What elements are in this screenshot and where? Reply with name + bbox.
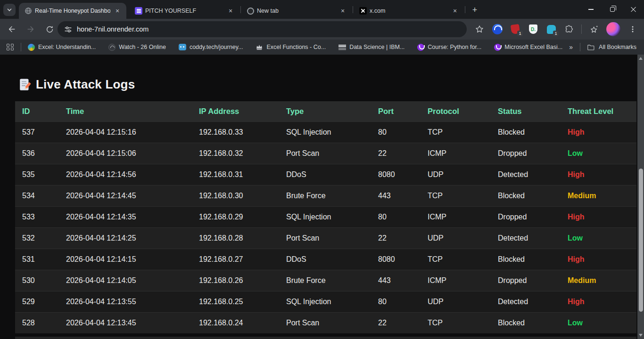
cell-time: 2026-04-04 12:13:45 [59,312,192,333]
all-bookmarks-label: All Bookmarks [599,44,636,50]
bookmark-coddy-tech[interactable]: coddy.tech/journey... [179,44,243,50]
dark-circle-icon [108,44,116,51]
tab-close-button[interactable]: × [451,7,459,15]
bookmark-data-science-ibm[interactable]: Data Science | IBM... [339,44,405,50]
page-title-text: Live Attack Logs [36,77,135,92]
folder-icon [587,44,595,51]
cell-status: Dropped [491,270,561,291]
extension-privacy-button[interactable]: D. [528,24,539,35]
scrollbar-thumb[interactable] [639,169,643,312]
cell-id: 531 [15,249,59,270]
bookmark-watch-online[interactable]: Watch - 26 Online [108,44,166,51]
tab-separator [353,6,353,13]
back-button[interactable] [4,21,20,37]
cell-ip: 192.168.0.25 [192,291,279,312]
url-text[interactable]: hone-7nil.onrender.com [77,25,149,33]
purple-list-icon [135,7,142,15]
tab-title: x.com [370,8,448,14]
cell-protocol: TCP [421,312,491,333]
tab-search-button[interactable] [3,4,16,16]
bookmark-excel-understanding[interactable]: Excel: Understandin... [28,44,96,51]
cell-type: Brute Force [279,270,371,291]
tab-close-button[interactable]: × [113,7,122,15]
chevron-down-icon [7,7,12,13]
reload-button[interactable] [41,21,58,37]
table-row: 5292026-04-04 12:13:55192.168.0.25SQL In… [15,291,636,312]
cell-id: 530 [15,270,59,291]
x-logo-icon [359,7,367,15]
cell-type: Port Scan [279,227,371,249]
close-button[interactable] [623,0,644,19]
reload-icon [45,25,54,34]
extension-adblock-button[interactable]: 1 [510,24,521,35]
back-arrow-icon [7,24,17,34]
cell-time: 2026-04-04 12:14:15 [59,249,192,270]
extension-teal-button[interactable]: 1 [545,24,557,35]
attack-table-body: 5372026-04-04 12:15:16192.168.0.33SQL In… [15,121,636,333]
crown-icon [256,44,263,51]
cell-port: 80 [371,206,421,227]
cell-threat: High [561,291,636,312]
bookmark-star-button[interactable] [474,24,485,35]
next-row-partial [15,337,636,339]
scrollbar-up-arrow-icon[interactable] [639,57,643,60]
tab-close-button[interactable]: × [339,7,347,15]
bookmark-course-python[interactable]: Course: Python for... [417,44,481,51]
minimize-button[interactable] [580,0,602,19]
new-tab-button[interactable]: + [469,4,481,16]
bookmarks-overflow-button[interactable]: » [569,43,573,51]
tab-close-button[interactable]: × [226,7,235,15]
tab-pitch-yourself[interactable]: PITCH YOURSELF × [129,3,239,19]
white-shield-d-icon: D. [529,24,537,34]
avatar [606,22,620,36]
profile-avatar[interactable] [606,22,620,36]
browser-menu-button[interactable] [627,24,638,35]
cell-id: 529 [15,291,59,312]
cell-id: 532 [15,227,59,249]
cell-type: Brute Force [279,185,371,206]
tab-strip: Real-Time Honeypot Dashboard × PITCH YOU… [0,0,644,19]
cell-threat: Medium [561,270,636,291]
minimize-icon [588,9,594,10]
scrollbar-down-arrow-icon[interactable] [639,334,643,337]
tab-new-tab[interactable]: New tab × [241,3,352,19]
address-bar[interactable]: hone-7nil.onrender.com [58,21,467,37]
site-settings-icon[interactable] [64,25,72,33]
tab-title: Real-Time Honeypot Dashboard [35,8,110,14]
cell-protocol: ICMP [421,270,491,291]
tab-separator [465,6,465,13]
all-bookmarks-button[interactable]: All Bookmarks [587,44,636,51]
toolbar-right: 1 D. 1 [474,19,644,40]
cell-id: 535 [15,164,59,185]
cell-time: 2026-04-04 12:15:16 [59,121,192,143]
column-header: IP Address [192,101,279,121]
extension-vpn-button[interactable] [492,24,503,35]
cell-threat: High [561,121,636,143]
page-title: Live Attack Logs [19,77,135,92]
bookmarks-divider [21,43,21,51]
restore-button[interactable] [602,0,623,19]
attack-table-header-row: IDTimeIP AddressTypePortProtocolStatusTh… [15,101,636,121]
cell-status: Dropped [491,206,561,227]
cell-status: Detected [491,291,561,312]
cell-port: 22 [371,227,421,249]
extension-badge: 1 [517,31,523,36]
tab-x-com[interactable]: x.com × [354,3,464,19]
bookmark-microsoft-excel[interactable]: Microsoft Excel Basi... [494,44,562,51]
reading-list-button[interactable] [588,24,600,35]
tab-honeypot-dashboard[interactable]: Real-Time Honeypot Dashboard × [19,3,126,19]
cell-port: 8080 [371,249,421,270]
extensions-menu-button[interactable] [563,24,575,35]
bookmarks-right: » All Bookmarks [569,40,644,55]
star-icon [475,24,484,34]
cell-type: Port Scan [279,143,371,164]
page-scrollbar[interactable] [637,55,644,339]
forward-button[interactable] [23,21,39,37]
cell-type: DDoS [279,249,371,270]
bookmarks-divider [580,43,580,51]
cell-threat: Medium [561,185,636,206]
cell-port: 22 [371,312,421,333]
bookmark-excel-functions[interactable]: Excel Functions - Co... [256,44,326,51]
cell-threat: High [561,249,636,270]
apps-grid-icon[interactable] [7,44,14,50]
